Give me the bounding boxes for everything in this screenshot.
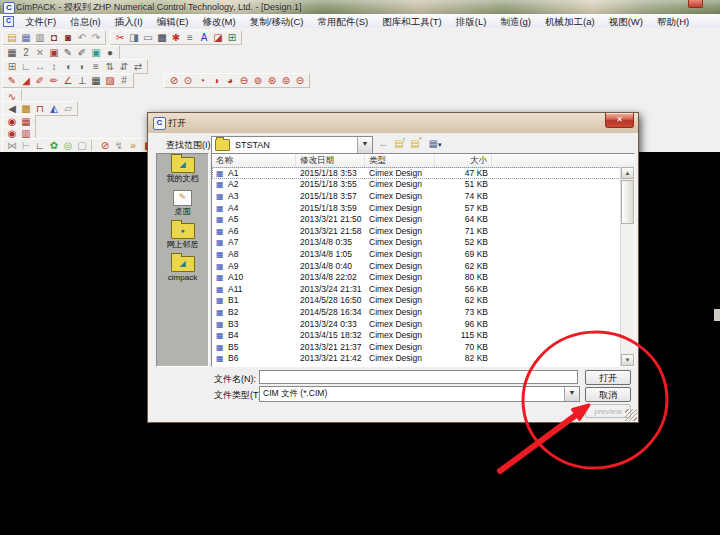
place-item-0[interactable]: ◢我的文档 bbox=[157, 157, 208, 183]
corner-dark-icon[interactable]: ∟ bbox=[33, 139, 47, 152]
list-item[interactable]: ▦A52013/3/21 21:50Cimex Design64 KB bbox=[212, 213, 621, 225]
mirror-right-icon[interactable]: ◗ bbox=[75, 60, 89, 73]
menu-item-4[interactable]: 修改(M) bbox=[195, 15, 242, 28]
back-icon[interactable]: ← bbox=[377, 137, 390, 151]
form-icon[interactable]: ▭ bbox=[141, 31, 155, 44]
place-item-1[interactable]: ✎桌面 bbox=[157, 190, 208, 216]
print-icon[interactable]: ▥ bbox=[33, 31, 47, 44]
save-icon[interactable]: ▦ bbox=[19, 31, 33, 44]
menu-item-5[interactable]: 复制/移动(C) bbox=[243, 15, 311, 28]
window-close-button[interactable] bbox=[688, 0, 703, 8]
circle-tool-6-icon[interactable]: ⊖ bbox=[237, 74, 251, 87]
menu-item-6[interactable]: 常用配件(S) bbox=[310, 15, 375, 28]
filetype-combobox[interactable]: CIM 文件 (*.CIM) ▼ bbox=[259, 386, 580, 402]
lookin-combobox[interactable]: STSTAN ▼ bbox=[211, 136, 373, 154]
menu-item-11[interactable]: 视图(W) bbox=[602, 15, 650, 28]
bolt-icon[interactable]: ↯ bbox=[112, 139, 126, 152]
move-v-icon[interactable]: ↕ bbox=[47, 60, 61, 73]
list-item[interactable]: ▦A72013/4/8 0:35Cimex Design52 KB bbox=[212, 237, 621, 249]
bridge-icon[interactable]: ▣ bbox=[47, 46, 61, 59]
open-button[interactable]: 打开 bbox=[585, 370, 631, 385]
column-header-date[interactable]: 修改日期 bbox=[296, 154, 365, 167]
table-icon[interactable]: ▦ bbox=[5, 46, 19, 59]
cancel-button[interactable]: 取消 bbox=[585, 387, 631, 402]
pencil-curve-icon[interactable]: ✏ bbox=[47, 74, 61, 87]
menu-item-7[interactable]: 图库和工具(T) bbox=[375, 15, 449, 28]
open-file-icon[interactable]: ▤ bbox=[5, 31, 19, 44]
scroll-up-icon[interactable]: ▲ bbox=[621, 167, 634, 179]
list-item[interactable]: ▦A22015/1/18 3:55Cimex Design51 KB bbox=[212, 179, 621, 191]
menu-item-3[interactable]: 编辑(E) bbox=[150, 15, 196, 28]
text-icon[interactable]: A bbox=[197, 31, 211, 44]
list-item[interactable]: ▦A62013/3/21 21:58Cimex Design71 KB bbox=[212, 225, 621, 237]
resize-grip[interactable] bbox=[625, 409, 637, 421]
grid-icon[interactable]: ▦ bbox=[89, 74, 103, 87]
mirror-left-icon[interactable]: ◖ bbox=[61, 60, 75, 73]
circle-tool-5-icon[interactable]: ◕ bbox=[223, 74, 237, 87]
pen-alt-icon[interactable]: ✐ bbox=[75, 46, 89, 59]
list-item[interactable]: ▦B12014/5/28 16:50Cimex Design62 KB bbox=[212, 295, 621, 307]
swap-vertical-icon[interactable]: ⇅ bbox=[103, 60, 117, 73]
snap-icon[interactable]: # bbox=[117, 74, 131, 87]
canvas-scrollbar[interactable] bbox=[714, 309, 720, 321]
pencil-line-icon[interactable]: ✎ bbox=[5, 74, 19, 87]
list-item[interactable]: ▦A102013/4/8 22:02Cimex Design80 KB bbox=[212, 271, 621, 283]
circle-tool-10-icon[interactable]: ⊝ bbox=[293, 74, 307, 87]
undo-icon[interactable]: ↶ bbox=[75, 31, 89, 44]
column-header-name[interactable]: 名称 bbox=[212, 154, 296, 167]
knife-tool-icon[interactable]: ✂ bbox=[113, 31, 127, 44]
chart-icon[interactable]: ◪ bbox=[211, 31, 225, 44]
menu-item-2[interactable]: 插入(I) bbox=[108, 15, 150, 28]
move-h-icon[interactable]: ↔ bbox=[33, 60, 47, 73]
circle-tool-2-icon[interactable]: ⊙ bbox=[181, 74, 195, 87]
dialog-close-button[interactable]: ✕ bbox=[605, 113, 634, 128]
swap-horizontal-icon[interactable]: ⇄ bbox=[131, 60, 145, 73]
circle-tool-3-icon[interactable]: ◔ bbox=[195, 74, 209, 87]
corner-icon[interactable]: ∟ bbox=[19, 60, 33, 73]
menu-item-1[interactable]: 信息(n) bbox=[63, 15, 108, 28]
place-item-3[interactable]: ◢cimpack bbox=[157, 256, 208, 282]
two-tool-icon[interactable]: 2 bbox=[19, 46, 33, 59]
circle-tool-7-icon[interactable]: ⊚ bbox=[251, 74, 265, 87]
list-item[interactable]: ▦A12015/1/18 3:53Cimex Design47 KB bbox=[212, 167, 621, 179]
list-item[interactable]: ▦B32013/3/24 0:33Cimex Design96 KB bbox=[212, 318, 621, 330]
sprout-icon[interactable]: ✿ bbox=[47, 139, 61, 152]
circle-tool-9-icon[interactable]: ⊜ bbox=[279, 74, 293, 87]
tool-bench-icon[interactable]: ◘ bbox=[47, 31, 61, 44]
square-outline-icon[interactable]: ▢ bbox=[75, 139, 89, 152]
dialog-titlebar[interactable]: C 打开 ✕ bbox=[148, 113, 638, 134]
new-folder-icon[interactable]: ▤* bbox=[408, 137, 422, 151]
list-item[interactable]: ▦A42015/1/18 3:59Cimex Design57 KB bbox=[212, 202, 621, 214]
up-one-level-icon[interactable]: ▤↑ bbox=[392, 137, 406, 151]
list-item[interactable]: ▦A82013/4/8 1:05Cimex Design69 KB bbox=[212, 248, 621, 260]
menu-item-10[interactable]: 机械加工(a) bbox=[538, 15, 602, 28]
menu-item-9[interactable]: 制造(g) bbox=[493, 15, 538, 28]
grid-x-icon[interactable]: ▨ bbox=[103, 74, 117, 87]
fit-icon[interactable]: ⋈ bbox=[5, 139, 19, 152]
tool-press-icon[interactable]: ◙ bbox=[61, 31, 75, 44]
cut-lines-icon[interactable]: ✕ bbox=[33, 46, 47, 59]
circle-tool-1-icon[interactable]: ⊘ bbox=[167, 74, 181, 87]
lookin-dropdown-button[interactable]: ▼ bbox=[357, 137, 372, 153]
tee-icon[interactable]: ⊢ bbox=[19, 139, 33, 152]
flower-icon[interactable]: ✱ bbox=[169, 31, 183, 44]
swap-vertical-alt-icon[interactable]: ⇵ bbox=[117, 60, 131, 73]
box-plus-icon[interactable]: ⊞ bbox=[5, 60, 19, 73]
sheet-icon[interactable]: ▱ bbox=[61, 102, 75, 115]
ratio-icon[interactable]: ≡ bbox=[183, 31, 197, 44]
list-item[interactable]: ▦A92013/4/8 0:40Cimex Design62 KB bbox=[212, 260, 621, 272]
green-ring-icon[interactable]: ◎ bbox=[61, 139, 75, 152]
grid-dark-icon[interactable]: ▩ bbox=[155, 31, 169, 44]
filename-input[interactable] bbox=[259, 370, 578, 384]
file-list-vertical-scrollbar[interactable]: ▲ ▼ bbox=[620, 167, 634, 366]
angle-icon[interactable]: ∠ bbox=[61, 74, 75, 87]
layer-color-icon[interactable]: ▣ bbox=[89, 46, 103, 59]
scroll-down-icon[interactable]: ▼ bbox=[621, 354, 634, 366]
dot-icon[interactable]: ● bbox=[103, 46, 117, 59]
triangle-ruler-icon[interactable]: ◢ bbox=[19, 74, 33, 87]
pencil-arc-icon[interactable]: ✐ bbox=[33, 74, 47, 87]
circle-tool-4-icon[interactable]: ◑ bbox=[209, 74, 223, 87]
fast-forward-icon[interactable]: » bbox=[126, 139, 140, 152]
circle-tool-8-icon[interactable]: ⊛ bbox=[265, 74, 279, 87]
grid-plus-icon[interactable]: ⊞ bbox=[225, 31, 239, 44]
